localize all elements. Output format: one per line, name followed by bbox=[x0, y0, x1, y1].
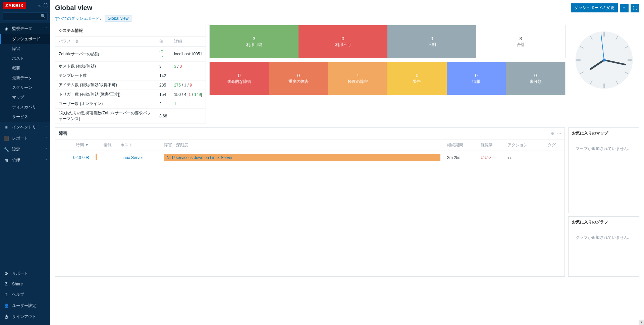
svg-point-16 bbox=[603, 59, 606, 62]
sidebar-item[interactable]: 最新データ bbox=[0, 73, 50, 83]
param-value: はい bbox=[156, 47, 171, 62]
status-cell[interactable]: 0情報 bbox=[447, 62, 506, 95]
status-cell[interactable]: 0致命的な障害 bbox=[210, 62, 269, 95]
param-detail: 1 bbox=[171, 99, 206, 109]
sidebar-item[interactable]: マップ bbox=[0, 93, 50, 102]
footer-icon: ? bbox=[3, 292, 9, 297]
param-name: ホスト数 (有効/無効) bbox=[55, 62, 156, 71]
problem-name[interactable]: NTP service is down on Linux Server bbox=[164, 154, 440, 161]
footer-label: ユーザー設定 bbox=[12, 303, 36, 309]
col-header[interactable]: 障害・深刻度 bbox=[161, 140, 444, 151]
col-header: パラメータ bbox=[55, 37, 156, 47]
sidebar-section[interactable]: 🔧設定˅ bbox=[0, 144, 50, 155]
footer-icon: Z bbox=[3, 282, 9, 286]
sidebar-item[interactable]: ダッシュボード bbox=[0, 34, 50, 44]
sidebar-footer-item[interactable]: ⏻サインアウト bbox=[0, 311, 50, 322]
sidebar-item[interactable]: サービス bbox=[0, 112, 50, 122]
status-count: 0 bbox=[475, 73, 478, 78]
sidebar-section[interactable]: ⊞管理˅ bbox=[0, 155, 50, 166]
param-name: テンプレート数 bbox=[55, 71, 156, 80]
sidebar-footer-item[interactable]: ZShare bbox=[0, 279, 50, 289]
main: Global view ダッシュボードの変更 ≡ ⛶ すべてのダッシュボード /… bbox=[50, 0, 644, 325]
col-header[interactable]: ホスト bbox=[117, 140, 161, 151]
sidebar-item[interactable]: ディスカバリ bbox=[0, 102, 50, 112]
sidebar-section[interactable]: ≡インベントリ˅ bbox=[0, 122, 50, 133]
scroll-indicator[interactable] bbox=[639, 320, 644, 325]
section-label: 監視データ bbox=[12, 26, 32, 32]
param-value: 142 bbox=[156, 71, 171, 80]
more-icon[interactable]: ⋯ bbox=[557, 131, 561, 136]
section-label: インベントリ bbox=[12, 124, 36, 130]
status-label: 合計 bbox=[517, 42, 525, 48]
widget-title: システム情報 bbox=[55, 25, 206, 37]
section-icon: ⊞ bbox=[3, 158, 9, 163]
col-header[interactable] bbox=[92, 140, 100, 151]
logo[interactable]: ZABBIX bbox=[3, 2, 26, 9]
problem-ack[interactable]: いいえ bbox=[481, 155, 493, 160]
status-count: 0 bbox=[534, 73, 537, 78]
sysinfo-row: トリガー数 (有効/無効 [障害/正常])154150 / 4 [1 / 149… bbox=[55, 90, 206, 99]
status-cell[interactable]: 3利用可能 bbox=[210, 25, 299, 58]
chevron-icon: ˅ bbox=[45, 137, 47, 140]
status-cell[interactable]: 0未分類 bbox=[506, 62, 565, 95]
col-header[interactable]: 時間 ▼ bbox=[55, 140, 92, 151]
footer-label: サポート bbox=[12, 271, 28, 276]
section-icon: 🔧 bbox=[3, 147, 9, 152]
menu-icon[interactable]: ≡ bbox=[620, 4, 629, 12]
param-value: 154 bbox=[156, 90, 171, 99]
param-name: アイテム数 (有効/無効/取得不可) bbox=[55, 80, 156, 90]
status-cell[interactable]: 0利用不可 bbox=[299, 25, 387, 58]
param-name: Zabbixサーバーの起動 bbox=[55, 47, 156, 62]
col-header[interactable]: 情報 bbox=[100, 140, 117, 151]
sidebar: ZABBIX « ⛶ 🔍 ◉監視データ˄ダッシュボード障害ホスト概要最新データス… bbox=[0, 0, 50, 325]
sidebar-item[interactable]: 障害 bbox=[0, 44, 50, 54]
col-header[interactable]: 継続期間 bbox=[444, 140, 477, 151]
collapse-icon[interactable]: « bbox=[38, 3, 41, 8]
sidebar-section[interactable]: ◉監視データ˄ bbox=[0, 23, 50, 34]
sidebar-footer-item[interactable]: ⟳サポート bbox=[0, 268, 50, 279]
problem-action: ₁↓ bbox=[504, 151, 544, 164]
widget-title: お気に入りのグラフ bbox=[569, 217, 639, 228]
search-icon[interactable]: 🔍 bbox=[41, 14, 46, 18]
fullscreen-icon[interactable]: ⛶ bbox=[631, 4, 639, 12]
status-cell[interactable]: 1軽度の障害 bbox=[328, 62, 387, 95]
widget-title: お気に入りのマップ bbox=[569, 128, 639, 139]
sidebar-footer-item[interactable]: 👤ユーザー設定 bbox=[0, 300, 50, 311]
status-label: 利用不可 bbox=[335, 42, 351, 48]
param-name: ユーザー数 (オンライン) bbox=[55, 99, 156, 109]
sidebar-item[interactable]: スクリーン bbox=[0, 83, 50, 93]
status-label: 未分類 bbox=[530, 79, 542, 85]
sidebar-section[interactable]: ⬛レポート˅ bbox=[0, 133, 50, 144]
breadcrumb-current[interactable]: Global view bbox=[105, 15, 131, 22]
status-cell[interactable]: 3合計 bbox=[476, 25, 565, 58]
empty-message: マップが追加されていません。 bbox=[569, 139, 639, 158]
col-header: 詳細 bbox=[171, 37, 206, 47]
status-cell[interactable]: 0警告 bbox=[387, 62, 447, 95]
section-icon: ◉ bbox=[3, 26, 9, 31]
col-header[interactable]: 確認済 bbox=[477, 140, 504, 151]
gear-icon[interactable]: ⚙ bbox=[551, 131, 554, 136]
param-detail: 3 / 0 bbox=[171, 62, 206, 71]
sysinfo-row: テンプレート数142 bbox=[55, 71, 206, 80]
col-header[interactable]: タグ bbox=[544, 140, 565, 151]
footer-label: サインアウト bbox=[12, 314, 36, 320]
edit-dashboard-button[interactable]: ダッシュボードの変更 bbox=[571, 3, 618, 12]
status-cell[interactable]: 0重度の障害 bbox=[269, 62, 328, 95]
sidebar-item[interactable]: 概要 bbox=[0, 63, 50, 73]
problem-host[interactable]: Linux Server bbox=[120, 155, 143, 160]
breadcrumb-all[interactable]: すべてのダッシュボード bbox=[55, 16, 99, 21]
footer-icon: ⏻ bbox=[3, 315, 9, 319]
col-header[interactable]: アクション bbox=[504, 140, 544, 151]
sidebar-footer-item[interactable]: ?ヘルプ bbox=[0, 289, 50, 300]
param-value: 3 bbox=[156, 62, 171, 71]
sidebar-item[interactable]: ホスト bbox=[0, 54, 50, 63]
expand-icon[interactable]: ⛶ bbox=[43, 3, 48, 8]
problem-time[interactable]: 02:37:08 bbox=[73, 155, 89, 160]
status-cell[interactable]: 0不明 bbox=[387, 25, 476, 58]
sysinfo-row: Zabbixサーバーの起動はいlocalhost:10051 bbox=[55, 47, 206, 62]
status-label: 重度の障害 bbox=[288, 79, 309, 85]
chevron-icon: ˅ bbox=[45, 159, 47, 162]
fav-graphs-widget: お気に入りのグラフ グラフが追加されていません。 bbox=[568, 216, 639, 277]
footer-label: Share bbox=[12, 282, 23, 286]
param-value: 2 bbox=[156, 99, 171, 109]
